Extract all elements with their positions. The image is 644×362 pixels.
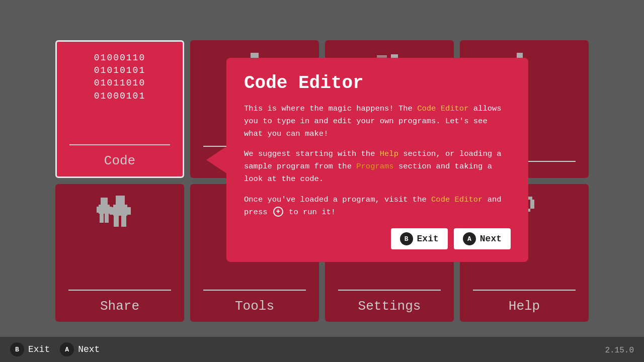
tile-label-tools: Tools xyxy=(235,299,274,314)
exit-button[interactable]: B Exit xyxy=(391,228,448,249)
tile-separator-help xyxy=(473,290,576,291)
tile-label-help: Help xyxy=(509,299,540,314)
bottom-exit-label: Exit xyxy=(28,344,50,354)
tile-separator-code xyxy=(69,144,170,145)
exit-key-circle: B xyxy=(400,232,413,245)
plus-circle-icon: + xyxy=(273,207,283,217)
svg-rect-28 xyxy=(110,207,115,215)
version-text: 2.15.0 xyxy=(605,346,634,355)
bottom-bar: B Exit A Next 2.15.0 xyxy=(0,337,644,362)
svg-rect-54 xyxy=(530,204,534,209)
tooltip-para1: This is where the magic happens! The Cod… xyxy=(244,103,511,140)
svg-rect-27 xyxy=(113,205,127,216)
svg-rect-31 xyxy=(121,216,126,227)
tile-code[interactable]: 01000110 01010101 01011010 01000101 Code xyxy=(55,40,184,178)
tooltip-title: Code Editor xyxy=(244,73,511,94)
bottom-exit-btn[interactable]: B Exit xyxy=(10,342,50,356)
exit-label: Exit xyxy=(417,234,439,244)
binary-display: 01000110 01010101 01011010 01000101 xyxy=(94,52,145,103)
bottom-next-circle: A xyxy=(60,342,74,356)
highlight-help: Help xyxy=(380,149,398,158)
svg-rect-7 xyxy=(377,55,387,56)
tile-share[interactable]: Share xyxy=(55,184,184,322)
tile-separator-tools xyxy=(203,290,306,291)
svg-rect-24 xyxy=(100,214,104,223)
svg-rect-26 xyxy=(116,196,125,205)
svg-rect-25 xyxy=(105,214,109,223)
next-label: Next xyxy=(480,234,502,244)
tile-separator-share xyxy=(68,290,172,291)
tooltip-popup: Code Editor This is where the magic happ… xyxy=(226,58,528,262)
highlight-code-editor-1: Code Editor xyxy=(417,104,468,113)
svg-rect-30 xyxy=(114,216,119,227)
tile-label-settings: Settings xyxy=(358,299,421,314)
bottom-next-label: Next xyxy=(78,344,100,354)
svg-rect-20 xyxy=(101,198,108,205)
tooltip-para2: We suggest starting with the Help sectio… xyxy=(244,148,511,185)
share-icon xyxy=(95,192,145,234)
tile-label-code: Code xyxy=(104,153,135,168)
svg-rect-29 xyxy=(126,207,131,215)
highlight-code-editor-2: Code Editor xyxy=(431,195,482,204)
svg-rect-53 xyxy=(530,200,534,204)
popup-buttons: B Exit A Next xyxy=(244,228,511,249)
tile-label-share: Share xyxy=(100,299,139,314)
bottom-exit-circle: B xyxy=(10,342,24,356)
next-key-circle: A xyxy=(463,232,476,245)
next-button[interactable]: A Next xyxy=(454,228,511,249)
tile-separator-settings xyxy=(338,290,441,291)
bottom-next-btn[interactable]: A Next xyxy=(60,342,100,356)
highlight-programs: Programs xyxy=(356,162,393,171)
svg-rect-22 xyxy=(97,207,101,213)
tooltip-para3: Once you've loaded a program, visit the … xyxy=(244,194,511,219)
